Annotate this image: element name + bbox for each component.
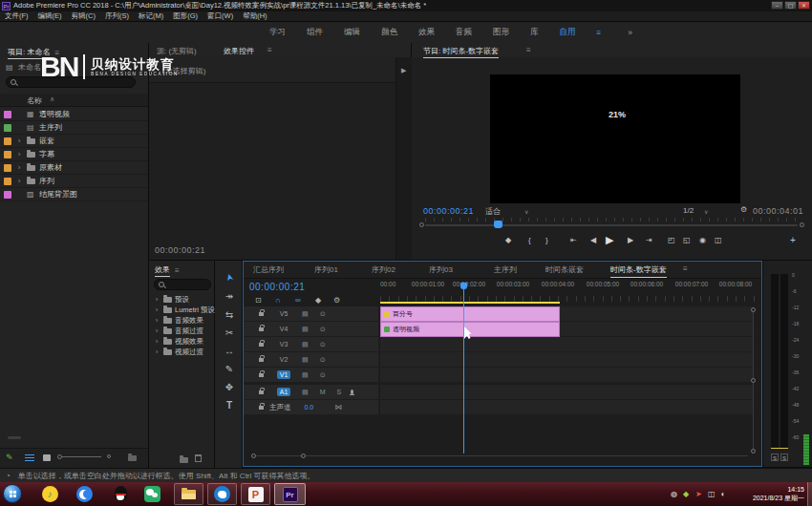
taskbar-powerpoint-button[interactable]: P <box>241 483 270 505</box>
program-scrubber[interactable] <box>425 224 798 226</box>
lock-icon[interactable] <box>259 327 264 331</box>
source-patch-icon[interactable]: ▤ <box>302 371 309 379</box>
fit-dropdown[interactable]: 适合 <box>485 206 501 217</box>
sort-ascending-icon[interactable]: ∧ <box>50 95 54 103</box>
mark-out-button[interactable]: } <box>545 236 548 244</box>
go-to-out-button[interactable]: ⇥ <box>646 236 652 244</box>
taskbar-wechat-icon[interactable] <box>142 484 161 503</box>
source-monitor-tab[interactable]: 源: (无剪辑) <box>157 46 197 56</box>
workspace-tab-color[interactable]: 颜色 <box>381 27 397 38</box>
menu-edit[interactable]: 编辑(E) <box>38 11 62 21</box>
workspace-tab-effects[interactable]: 效果 <box>418 27 435 38</box>
track-select-forward-tool-button[interactable]: ↠ <box>215 291 244 302</box>
voiceover-record-mic-icon[interactable] <box>351 390 353 394</box>
track-output-eye-icon[interactable]: ⊙ <box>320 371 326 379</box>
timeline-settings-wrench-icon[interactable]: ⚙ <box>333 296 340 305</box>
project-item-subtitles-bin[interactable]: › 字幕 <box>0 148 148 161</box>
show-desktop-button[interactable] <box>807 482 812 506</box>
workspace-tab-custom-active[interactable]: 自用 <box>560 27 576 38</box>
taskbar-music-app-icon[interactable]: ♪ <box>40 484 59 503</box>
minimize-button[interactable]: – <box>771 1 783 10</box>
list-view-icon[interactable] <box>25 454 34 461</box>
play-button[interactable]: ▶ <box>606 234 613 246</box>
tray-security-shield-icon[interactable]: ◆ <box>683 490 689 498</box>
lock-icon[interactable] <box>259 358 264 362</box>
step-forward-button[interactable]: ▶ <box>628 236 633 244</box>
razor-tool-button[interactable]: ✂ <box>215 327 244 338</box>
v-scroll-handle-bottom[interactable] <box>751 449 756 453</box>
project-search-input[interactable] <box>6 76 136 88</box>
solo-left-button[interactable]: S <box>771 453 779 461</box>
slip-tool-button[interactable]: ↔ <box>215 346 244 356</box>
expand-chevron-icon[interactable]: › <box>153 316 160 325</box>
show-keyframes-timeline-icon[interactable]: ▶ <box>401 67 406 74</box>
add-marker-button[interactable]: ◆ <box>505 236 511 244</box>
timeline-tab-sequence02[interactable]: 序列02 <box>372 264 395 275</box>
workspace-tab-editing[interactable]: 编辑 <box>344 27 360 38</box>
scroll-handle-right[interactable] <box>301 453 306 458</box>
delete-custom-item-icon[interactable] <box>195 454 202 462</box>
expand-chevron-icon[interactable]: › <box>153 348 160 356</box>
solo-right-button[interactable]: S <box>780 453 788 461</box>
taskbar-premiere-button-active[interactable]: Pr <box>274 483 306 505</box>
clip-transparent-video[interactable]: 透明视频 <box>380 322 560 337</box>
program-video-frame[interactable]: 21% <box>490 74 740 203</box>
add-marker-icon[interactable]: ◆ <box>315 296 321 305</box>
effects-panel-tab[interactable]: 效果 <box>155 264 170 277</box>
effect-controls-timecode[interactable]: 00:00:00:21 <box>155 245 205 255</box>
label-color-swatch[interactable] <box>4 178 11 185</box>
effects-search-input[interactable] <box>154 279 211 290</box>
label-color-swatch[interactable] <box>4 111 11 118</box>
workspace-menu-icon[interactable]: ≡ <box>597 29 602 37</box>
workspace-tab-libraries[interactable]: 库 <box>530 27 539 38</box>
taskbar-explorer-button[interactable] <box>174 483 203 505</box>
master-gain-value[interactable]: 0.0 <box>305 404 314 411</box>
program-current-timecode[interactable]: 00:00:00:21 <box>423 206 474 216</box>
track-lane-v1[interactable] <box>380 368 753 382</box>
lock-icon[interactable] <box>259 390 264 394</box>
expand-chevron-icon[interactable]: › <box>153 327 160 335</box>
lock-icon[interactable] <box>259 406 264 410</box>
track-lane-v3[interactable] <box>380 337 753 351</box>
maximize-button[interactable]: ▢ <box>784 1 797 10</box>
track-header-a1-targeted[interactable]: A1 ▤ M S <box>244 385 378 399</box>
expand-chevron-icon[interactable]: › <box>153 295 160 304</box>
hand-tool-button[interactable]: ✥ <box>215 382 244 392</box>
ripple-edit-tool-button[interactable]: ⇆ <box>215 309 244 320</box>
menu-graphics[interactable]: 图形(G) <box>173 11 198 21</box>
track-header-v2[interactable]: V2 ▤ ⊙ <box>244 352 378 367</box>
track-header-v3[interactable]: V3 ▤ ⊙ <box>244 337 378 351</box>
tray-hidden-icons[interactable]: ◍ <box>671 490 677 498</box>
source-patch-icon[interactable]: ▤ <box>302 341 309 348</box>
expand-chevron-icon[interactable]: › <box>153 306 160 314</box>
title-bar[interactable]: Pr Adobe Premiere Pro CC 2018 - C:\用户\Ad… <box>0 0 812 11</box>
project-root-name[interactable]: 未命名 <box>18 62 41 73</box>
type-tool-button[interactable]: T <box>215 400 244 411</box>
track-lane-v2[interactable] <box>380 352 753 367</box>
timeline-current-timecode[interactable]: 00:00:00:21 <box>249 282 305 292</box>
panel-menu-icon[interactable]: ≡ <box>683 264 688 273</box>
workspace-tab-audio[interactable]: 音频 <box>456 27 472 38</box>
tray-volume-icon[interactable]: ◖ <box>720 490 725 498</box>
expand-chevron-icon[interactable]: › <box>15 163 23 172</box>
panel-menu-icon[interactable]: ≡ <box>526 46 531 54</box>
source-patch-icon[interactable]: ▤ <box>302 310 309 318</box>
workspace-overflow-icon[interactable]: » <box>628 28 632 37</box>
workspace-tab-graphics[interactable]: 图形 <box>493 27 509 38</box>
timeline-tab-timebar-digit-nest-active[interactable]: 时间条-数字嵌套 <box>610 264 667 278</box>
new-custom-bin-icon[interactable] <box>180 457 188 463</box>
start-button[interactable] <box>3 484 22 503</box>
project-item-sequence-bin[interactable]: › 序列 <box>0 175 148 188</box>
horizontal-scrollbar[interactable] <box>8 436 21 439</box>
scroll-handle-left[interactable] <box>251 453 256 458</box>
effects-folder-video-transitions[interactable]: › 视频过渡 <box>149 347 214 357</box>
label-color-swatch[interactable] <box>4 124 11 132</box>
nest-insert-toggle-icon[interactable]: ⊡ <box>255 296 262 305</box>
scrubber-right-handle[interactable] <box>800 222 804 227</box>
project-item-nest-bin[interactable]: › 嵌套 <box>0 135 148 148</box>
track-output-eye-icon[interactable]: ⊙ <box>320 356 326 364</box>
tray-input-method-icon[interactable]: ➤ <box>695 490 702 498</box>
icon-view-icon[interactable] <box>43 454 51 461</box>
timeline-tab-sequence01[interactable]: 序列01 <box>314 264 338 275</box>
project-list-header[interactable]: 名称 <box>27 95 42 106</box>
